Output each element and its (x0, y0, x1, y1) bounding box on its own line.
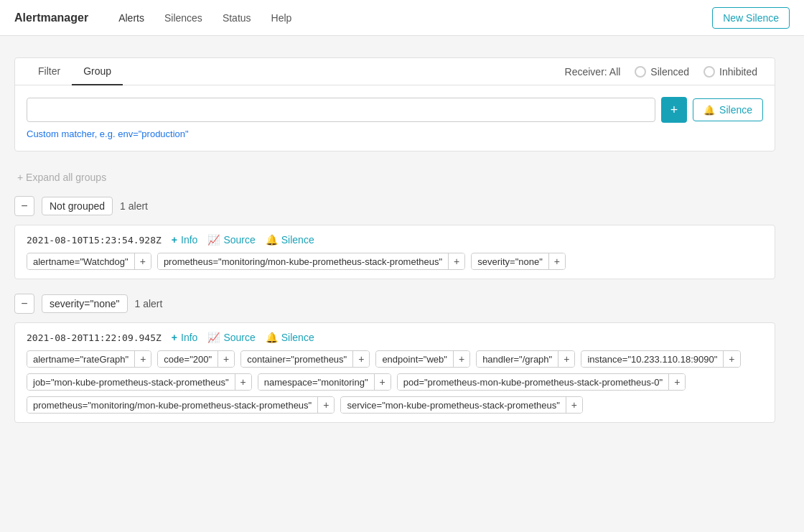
alert1-silence-label: Silence (281, 234, 314, 246)
alert2-tag-4-plus[interactable]: + (558, 351, 574, 367)
alert1-info-link[interactable]: + Info (172, 234, 198, 246)
filter-input[interactable] (27, 98, 655, 122)
group2-collapse-icon: − (21, 297, 27, 310)
panel-body: + 🔔 Silence Custom matcher, e.g. env="pr… (15, 85, 775, 151)
navbar: Alertmanager Alerts Silences Status Help… (0, 0, 804, 36)
alert2-tag-8: pod="prometheus-mon-kube-prometheus-stac… (397, 373, 686, 391)
alert2-tag-10: service="mon-kube-prometheus-stack-prome… (340, 396, 583, 414)
silenced-checkbox[interactable] (635, 66, 646, 78)
alert1-tag-0: alertname="Watchdog" + (27, 253, 151, 270)
alert2-tag-9-plus[interactable]: + (317, 397, 334, 413)
nav-help[interactable]: Help (263, 8, 301, 28)
nav-alerts[interactable]: Alerts (110, 8, 153, 28)
alert1-silence-icon: 🔔 (266, 234, 278, 246)
silence-filter-button[interactable]: 🔔 Silence (693, 98, 763, 121)
alert2-tag-0: alertname="rateGraph" + (27, 350, 151, 368)
silenced-label: Silenced (650, 66, 689, 78)
group1-tag: Not grouped (42, 197, 113, 215)
group1-collapse-icon: − (21, 200, 27, 213)
alert2-tag-2-plus[interactable]: + (352, 351, 369, 367)
add-filter-button[interactable]: + (661, 97, 687, 123)
alert1-tag-1: prometheus="monitoring/mon-kube-promethe… (157, 253, 465, 270)
inhibited-checkbox-label[interactable]: Inhibited (704, 66, 757, 78)
alert2-tag-6-plus[interactable]: + (235, 374, 251, 390)
alert2-tag-7: namespace="monitoring" + (258, 373, 391, 391)
alert2-tag-9-label: prometheus="monitoring/mon-kube-promethe… (27, 398, 317, 413)
alert1-tag-2-label: severity="none" (472, 254, 548, 269)
alert2-tag-3: endpoint="web" + (375, 350, 470, 368)
alert1-silence-link[interactable]: 🔔 Silence (266, 234, 314, 246)
group2-tag: severity="none" (42, 294, 128, 313)
receiver-label: Receiver: All (565, 66, 621, 78)
alert2-tag-3-plus[interactable]: + (453, 351, 469, 367)
tab-group[interactable]: Group (72, 58, 123, 85)
alert2-tag-10-plus[interactable]: + (566, 397, 582, 413)
alert2-tag-4: handler="/graph" + (476, 350, 575, 368)
alert1-tags: alertname="Watchdog" + prometheus="monit… (27, 253, 763, 270)
alert2-tag-8-plus[interactable]: + (668, 374, 685, 390)
expand-all-groups[interactable]: + Expand all groups (14, 166, 775, 189)
alert2-info-plus-icon: + (172, 332, 177, 343)
group2-collapse-button[interactable]: − (14, 294, 34, 314)
alert2-info-link[interactable]: + Info (172, 332, 198, 343)
hint-example: env="production" (118, 129, 189, 139)
alert2-tag-6: job="mon-kube-prometheus-stack-prometheu… (27, 373, 252, 391)
alert1-tag-1-plus[interactable]: + (448, 253, 464, 269)
tab-filter[interactable]: Filter (27, 58, 72, 85)
alert2-tag-6-label: job="mon-kube-prometheus-stack-prometheu… (27, 375, 235, 390)
filter-row: + 🔔 Silence (27, 97, 763, 123)
inhibited-label: Inhibited (719, 66, 757, 78)
alert2-tag-0-label: alertname="rateGraph" (27, 352, 134, 367)
group2-count: 1 alert (135, 298, 163, 309)
silence-filter-label: Silence (719, 104, 752, 116)
alert2-silence-icon: 🔔 (266, 332, 278, 343)
alert2-source-icon: 📈 (207, 332, 220, 343)
alert2-tag-8-label: pod="prometheus-mon-kube-prometheus-stac… (398, 375, 669, 390)
group2-header: − severity="none" 1 alert (14, 294, 775, 314)
alert2-tag-4-label: handler="/graph" (477, 352, 558, 367)
alert2-tag-5-plus[interactable]: + (723, 351, 739, 367)
alert2-tag-3-label: endpoint="web" (376, 352, 453, 367)
silence-filter-icon: 🔔 (704, 105, 715, 116)
alert1-tag-2-plus[interactable]: + (548, 253, 565, 269)
alert1-info-label: Info (181, 234, 197, 246)
alert2-source-label: Source (223, 332, 255, 343)
alert2-silence-link[interactable]: 🔔 Silence (266, 332, 314, 343)
alert1-tag-2: severity="none" + (471, 253, 566, 270)
alert1-source-icon: 📈 (207, 234, 220, 246)
panel-tabs: Filter Group Receiver: All Silenced Inhi… (15, 58, 775, 85)
expand-all-label: + Expand all groups (17, 172, 106, 183)
alert2-tag-7-label: namespace="monitoring" (258, 375, 374, 390)
nav-silences[interactable]: Silences (156, 8, 211, 28)
receiver-row: Receiver: All Silenced Inhibited (565, 66, 763, 78)
alert2-tag-0-plus[interactable]: + (134, 351, 151, 367)
new-silence-button[interactable]: New Silence (712, 7, 790, 29)
alert2-time: 2021-08-20T11:22:09.945Z (27, 332, 162, 343)
inhibited-checkbox[interactable] (704, 66, 715, 78)
alert2-tag-7-plus[interactable]: + (374, 374, 391, 390)
alert1-source-link[interactable]: 📈 Source (207, 234, 255, 246)
alert2-tag-5-label: instance="10.233.110.18:9090" (581, 352, 723, 367)
alert2-info-label: Info (181, 332, 197, 343)
alert2-top-row: 2021-08-20T11:22:09.945Z + Info 📈 Source… (27, 332, 763, 343)
group-severity-none: − severity="none" 1 alert 2021-08-20T11:… (14, 294, 775, 423)
alert2-tag-5: instance="10.233.110.18:9090" + (581, 350, 740, 368)
alert2-tags: alertname="rateGraph" + code="200" + con… (27, 350, 763, 414)
alert2-tag-2-label: container="prometheus" (241, 352, 352, 367)
silenced-checkbox-label[interactable]: Silenced (635, 66, 689, 78)
group1-header: − Not grouped 1 alert (14, 196, 775, 216)
alert2-tag-9: prometheus="monitoring/mon-kube-promethe… (27, 396, 335, 414)
alert1-tag-0-plus[interactable]: + (134, 253, 151, 269)
alert1-time: 2021-08-10T15:23:54.928Z (27, 235, 162, 246)
group-not-grouped: − Not grouped 1 alert 2021-08-10T15:23:5… (14, 196, 775, 279)
alert-row-1: 2021-08-10T15:23:54.928Z + Info 📈 Source… (14, 225, 775, 279)
alert2-source-link[interactable]: 📈 Source (207, 332, 255, 343)
group1-collapse-button[interactable]: − (14, 196, 34, 216)
alert2-tag-10-label: service="mon-kube-prometheus-stack-prome… (341, 398, 565, 413)
main-content: Filter Group Receiver: All Silenced Inhi… (0, 36, 790, 452)
alert1-info-plus-icon: + (172, 234, 177, 246)
alert2-tag-1-plus[interactable]: + (218, 351, 234, 367)
alert2-silence-label: Silence (281, 332, 314, 343)
alert1-tag-0-label: alertname="Watchdog" (27, 254, 134, 269)
nav-status[interactable]: Status (214, 8, 260, 28)
